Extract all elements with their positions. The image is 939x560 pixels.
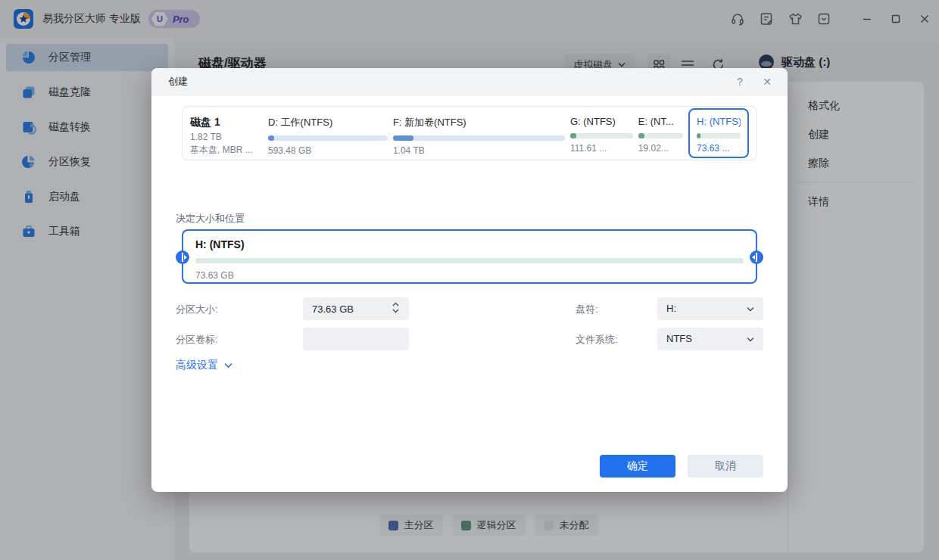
partition-h-selected[interactable]: H: (NTFS) 73.63 ...	[688, 108, 749, 158]
size-position-label: 决定大小和位置	[176, 212, 245, 226]
stepper-up-icon[interactable]	[392, 302, 399, 306]
usage-bar	[570, 133, 633, 138]
usage-bar	[393, 135, 565, 141]
chevron-down-icon	[747, 337, 754, 342]
filesystem-label: 文件系统:	[576, 333, 618, 347]
advanced-settings-link[interactable]: 高级设置	[176, 359, 232, 372]
partition-size-label: 分区大小:	[176, 303, 218, 316]
drive-letter-label: 盘符:	[576, 303, 598, 316]
help-button[interactable]: ?	[732, 73, 748, 90]
slider-track	[195, 258, 744, 263]
volume-label-input[interactable]	[303, 328, 409, 350]
disk-info: 磁盘 1 1.82 TB 基本盘, MBR ...	[190, 114, 263, 152]
partition-g[interactable]: G: (NTFS) 111.61 ...	[570, 114, 633, 152]
dialog-header: 创建 ? ✕	[151, 68, 788, 95]
cancel-button[interactable]: 取消	[688, 455, 763, 478]
slider-handle-left[interactable]	[176, 250, 189, 264]
usage-bar	[638, 133, 683, 138]
disk-strip-panel: 磁盘 1 1.82 TB 基本盘, MBR ... D: 工作(NTFS) 59…	[182, 106, 757, 160]
size-slider: H: (NTFS) 73.63 GB	[182, 229, 757, 284]
slider-handle-right[interactable]	[750, 250, 763, 264]
ok-button[interactable]: 确定	[600, 455, 675, 478]
chevron-down-icon	[747, 306, 754, 312]
dialog-title: 创建	[168, 75, 188, 89]
usage-bar	[268, 135, 388, 141]
partition-d[interactable]: D: 工作(NTFS) 593.48 GB	[268, 114, 388, 152]
chevron-down-icon	[224, 362, 232, 369]
size-stepper[interactable]	[392, 302, 399, 313]
dialog-close-button[interactable]: ✕	[759, 73, 775, 90]
partition-e[interactable]: E: (NT... 19.02...	[638, 114, 683, 152]
partition-f[interactable]: F: 新加卷(NTFS) 1.04 TB	[393, 114, 565, 152]
stepper-down-icon[interactable]	[392, 309, 399, 313]
volume-label-label: 分区卷标:	[176, 333, 218, 347]
usage-bar	[697, 133, 741, 138]
create-dialog: 创建 ? ✕ 磁盘 1 1.82 TB 基本盘, MBR ... D: 工作(N…	[151, 68, 788, 492]
